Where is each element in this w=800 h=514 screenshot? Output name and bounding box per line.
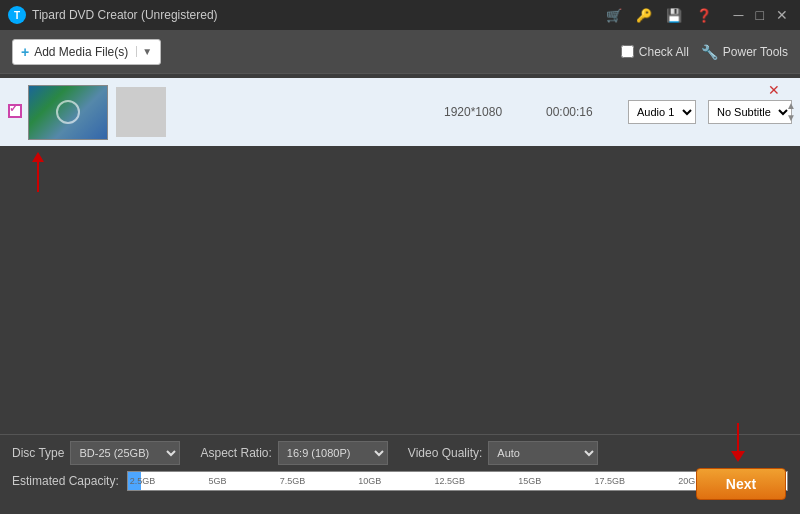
capacity-bar: 2.5GB 5GB 7.5GB 10GB 12.5GB 15GB 17.5GB … bbox=[127, 471, 788, 491]
arrow-line bbox=[37, 162, 39, 192]
next-arrow-line bbox=[737, 423, 739, 451]
arrow-head bbox=[32, 152, 44, 162]
content-area: 1920*1080 00:00:16 Audio 1 Audio 2 No Su… bbox=[0, 74, 800, 434]
aspect-ratio-select[interactable]: 16:9 (1080P) 4:3 16:9 (720P) bbox=[278, 441, 388, 465]
capacity-mark-3: 7.5GB bbox=[280, 476, 306, 486]
dropdown-arrow-icon: ▼ bbox=[136, 46, 152, 57]
save-icon[interactable]: 💾 bbox=[662, 8, 686, 23]
capacity-row: Estimated Capacity: 2.5GB 5GB 7.5GB 10GB… bbox=[12, 471, 788, 491]
subtitle-select[interactable]: No Subtitle Subtitle 1 bbox=[708, 100, 792, 124]
video-quality-select[interactable]: Auto High Medium Low bbox=[488, 441, 598, 465]
minimize-button[interactable]: ─ bbox=[730, 7, 748, 23]
check-all-label: Check All bbox=[639, 45, 689, 59]
item-meta: 1920*1080 00:00:16 Audio 1 Audio 2 No Su… bbox=[444, 100, 792, 124]
capacity-bar-fill bbox=[128, 472, 141, 490]
capacity-labels: 2.5GB 5GB 7.5GB 10GB 12.5GB 15GB 17.5GB … bbox=[128, 476, 787, 486]
estimated-capacity-label: Estimated Capacity: bbox=[12, 474, 119, 488]
app-title: Tipard DVD Creator (Unregistered) bbox=[32, 8, 602, 22]
power-tools-button[interactable]: 🔧 Power Tools bbox=[701, 44, 788, 60]
title-bar: T Tipard DVD Creator (Unregistered) 🛒 🔑 … bbox=[0, 0, 800, 30]
toolbar-left: + Add Media File(s) ▼ bbox=[12, 39, 161, 65]
maximize-button[interactable]: □ bbox=[752, 7, 768, 23]
plus-icon: + bbox=[21, 44, 29, 60]
window-controls: 🛒 🔑 💾 ❓ ─ □ ✕ bbox=[602, 7, 792, 23]
add-media-label: Add Media File(s) bbox=[34, 45, 128, 59]
arrow-indicator bbox=[32, 152, 44, 192]
toolbar-right: Check All 🔧 Power Tools bbox=[621, 44, 788, 60]
media-item: 1920*1080 00:00:16 Audio 1 Audio 2 No Su… bbox=[0, 78, 800, 146]
video-quality-label: Video Quality: bbox=[408, 446, 483, 460]
media-list: 1920*1080 00:00:16 Audio 1 Audio 2 No Su… bbox=[0, 78, 800, 146]
video-resolution: 1920*1080 bbox=[444, 105, 534, 119]
preview-area bbox=[116, 87, 166, 137]
check-all-checkbox[interactable] bbox=[621, 45, 634, 58]
aspect-ratio-label: Aspect Ratio: bbox=[200, 446, 271, 460]
capacity-mark-5: 12.5GB bbox=[435, 476, 466, 486]
power-tools-label: Power Tools bbox=[723, 45, 788, 59]
next-arrow-head bbox=[731, 451, 745, 462]
disc-type-group: Disc Type BD-25 (25GB) DVD-5 (4.7GB) DVD… bbox=[12, 441, 180, 465]
audio-select[interactable]: Audio 1 Audio 2 bbox=[628, 100, 696, 124]
disc-type-select[interactable]: BD-25 (25GB) DVD-5 (4.7GB) DVD-9 (8.5GB) bbox=[70, 441, 180, 465]
key-icon[interactable]: 🔑 bbox=[632, 8, 656, 23]
cart-icon[interactable]: 🛒 bbox=[602, 8, 626, 23]
move-down-icon[interactable]: ▼ bbox=[786, 113, 796, 123]
item-checkbox-area[interactable] bbox=[8, 104, 22, 121]
toolbar: + Add Media File(s) ▼ Check All 🔧 Power … bbox=[0, 30, 800, 74]
move-up-icon[interactable]: ▲ bbox=[786, 101, 796, 111]
item-close-button[interactable]: ✕ bbox=[768, 82, 780, 98]
capacity-mark-4: 10GB bbox=[358, 476, 381, 486]
add-media-button[interactable]: + Add Media File(s) ▼ bbox=[12, 39, 161, 65]
settings-row: Disc Type BD-25 (25GB) DVD-5 (4.7GB) DVD… bbox=[12, 441, 788, 465]
disc-type-label: Disc Type bbox=[12, 446, 64, 460]
video-quality-group: Video Quality: Auto High Medium Low bbox=[408, 441, 599, 465]
bottom-panel: Disc Type BD-25 (25GB) DVD-5 (4.7GB) DVD… bbox=[0, 434, 800, 514]
item-checkbox[interactable] bbox=[8, 104, 22, 118]
item-arrows: ▲ ▼ bbox=[786, 101, 796, 123]
next-arrow-indicator bbox=[731, 423, 745, 462]
capacity-mark-7: 17.5GB bbox=[594, 476, 625, 486]
video-duration: 00:00:16 bbox=[546, 105, 616, 119]
video-thumbnail bbox=[28, 85, 108, 140]
next-button[interactable]: Next bbox=[696, 468, 786, 500]
app-logo: T bbox=[8, 6, 26, 24]
check-all-area: Check All bbox=[621, 45, 689, 59]
help-icon[interactable]: ❓ bbox=[692, 8, 716, 23]
capacity-mark-6: 15GB bbox=[518, 476, 541, 486]
aspect-ratio-group: Aspect Ratio: 16:9 (1080P) 4:3 16:9 (720… bbox=[200, 441, 387, 465]
close-button[interactable]: ✕ bbox=[772, 7, 792, 23]
capacity-mark-2: 5GB bbox=[208, 476, 226, 486]
wrench-icon: 🔧 bbox=[701, 44, 718, 60]
